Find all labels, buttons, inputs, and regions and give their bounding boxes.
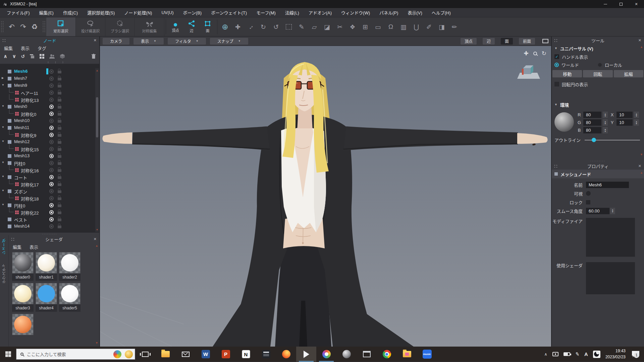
zoom-icon[interactable] <box>533 52 537 55</box>
menu-item-6[interactable]: ボーン(B) <box>178 9 207 16</box>
expand-arrow-icon[interactable]: ▼ <box>2 105 4 108</box>
shader-menu-view[interactable]: 表示 <box>25 244 42 250</box>
taskbar-app-photos[interactable] <box>397 347 417 362</box>
menu-item-11[interactable]: ウィンドウ(W) <box>336 9 375 16</box>
y-input[interactable]: 10 <box>616 119 633 126</box>
slider-handle[interactable] <box>592 138 596 142</box>
tree-row-4[interactable]: 対称化13 <box>0 96 99 103</box>
taskbar-app-powerpoint[interactable]: P <box>216 347 236 362</box>
filter-dropdown[interactable]: フィルタ▼ <box>168 38 206 45</box>
tool-panel-close-icon[interactable]: ✕ <box>638 38 641 43</box>
camera-button[interactable]: カメラ <box>103 38 129 45</box>
fit-icon[interactable]: ↔ <box>244 20 258 34</box>
lock-icon[interactable] <box>58 99 61 102</box>
expand-arrow-icon[interactable]: ▼ <box>2 161 4 164</box>
tree-row-7[interactable]: Mesh10 <box>0 117 99 124</box>
visibility-eye-icon[interactable] <box>49 210 54 215</box>
lock-icon[interactable] <box>58 71 61 73</box>
visibility-eye-icon[interactable] <box>49 182 54 186</box>
visible-toggle[interactable] <box>586 191 591 196</box>
ime-indicator[interactable]: A <box>584 351 588 357</box>
expand-arrow-icon[interactable]: ▼ <box>2 126 4 129</box>
menu-item-5[interactable]: UV(U) <box>157 10 178 15</box>
r-input[interactable]: 80 <box>583 112 601 118</box>
node-panel-close-icon[interactable]: ✕ <box>94 38 97 43</box>
outline-slider[interactable] <box>585 140 640 140</box>
tree-row-5[interactable]: ▼Mesh0 <box>0 103 99 110</box>
tree-row-6[interactable]: 対称化0 <box>0 110 99 117</box>
visibility-eye-icon[interactable] <box>49 76 54 81</box>
taskbar-app-music[interactable]: music <box>417 347 437 362</box>
lasso-select-button[interactable]: 投げ縄選択 <box>76 17 105 36</box>
visibility-eye-icon[interactable] <box>49 126 54 130</box>
scroll-down-icon[interactable]: ▼ <box>640 153 643 156</box>
edge-mode-button[interactable]: 辺 <box>183 17 200 36</box>
taskbar-app-chrome[interactable] <box>377 347 397 362</box>
lock-icon[interactable] <box>58 92 61 95</box>
shader-card-shader2[interactable]: shader2 <box>59 252 80 281</box>
scroll-up-icon[interactable]: ▲ <box>640 171 643 174</box>
taskbar-app-mail[interactable] <box>175 347 196 362</box>
taskbar-app-video-editor[interactable] <box>256 347 276 362</box>
tab-shader[interactable]: シェーダ <box>1 239 7 255</box>
display-dropdown[interactable]: 表示▼ <box>133 38 164 45</box>
rotation-circle-checkbox[interactable] <box>554 82 559 86</box>
vertex-mode-button[interactable]: 頂点 <box>167 17 183 36</box>
visibility-eye-icon[interactable] <box>49 90 54 95</box>
menu-item-3[interactable]: 選択部処理(S) <box>83 9 119 16</box>
taskbar-app-media-player[interactable] <box>296 347 316 362</box>
visibility-eye-icon[interactable] <box>49 140 54 144</box>
lock-icon[interactable] <box>58 162 61 165</box>
smooth-angle-stepper[interactable]: ▲▼ <box>610 208 615 214</box>
menu-item-7[interactable]: ボーンウェイト(T) <box>206 9 252 16</box>
visibility-eye-icon[interactable] <box>49 105 54 109</box>
x-input[interactable]: 10 <box>616 112 633 118</box>
handle-display-checkbox[interactable]: ✓ <box>554 54 559 59</box>
maximize-button[interactable] <box>613 0 629 8</box>
lock-icon[interactable] <box>58 197 61 200</box>
move-button[interactable]: 移動 <box>552 70 582 77</box>
rotate-icon[interactable]: ↻ <box>257 23 270 31</box>
tree-row-12[interactable]: Mesh13 <box>0 153 99 160</box>
tree-row-9[interactable]: 対称化9 <box>0 131 99 138</box>
menu-item-8[interactable]: モーフ(M) <box>252 9 280 16</box>
b-stepper[interactable]: ▲▼ <box>603 127 608 133</box>
lock-icon[interactable] <box>58 190 61 193</box>
tree-row-18[interactable]: 対称化18 <box>0 195 99 202</box>
node-tree-scrollbar[interactable]: ▲ ▼ <box>95 68 99 232</box>
taskbar-app-word[interactable]: W <box>196 347 216 362</box>
tree-row-14[interactable]: 対称化16 <box>0 167 99 174</box>
menu-item-0[interactable]: ファイル(F) <box>2 9 35 16</box>
visibility-eye-icon[interactable] <box>49 161 54 165</box>
scroll-down-icon[interactable]: ▼ <box>95 341 98 345</box>
visibility-eye-icon[interactable] <box>49 217 54 222</box>
lock-icon[interactable] <box>58 212 61 214</box>
user-icon[interactable] <box>49 54 55 59</box>
tree-row-17[interactable]: ▼ズボン <box>0 188 99 195</box>
trash-icon[interactable] <box>91 54 96 59</box>
tree-row-19[interactable]: ▼円柱0 <box>0 202 99 209</box>
tree-row-22[interactable]: Mesh14 <box>0 223 99 230</box>
tree-row-3[interactable]: ヘアー11 <box>0 89 99 96</box>
visibility-eye-icon[interactable] <box>49 196 54 200</box>
wrench-icon[interactable]: ✐ <box>423 23 435 31</box>
duplicate-icon[interactable]: ⊞ <box>359 23 372 31</box>
viewport-layout-icon[interactable] <box>542 39 548 43</box>
visibility-eye-icon[interactable] <box>49 175 54 179</box>
eraser-icon[interactable]: ◪ <box>321 23 333 31</box>
name-input[interactable]: Mesh6 <box>586 182 629 188</box>
visibility-eye-icon[interactable] <box>49 133 54 137</box>
lock-icon[interactable] <box>58 169 61 172</box>
plane-icon[interactable]: ▭ <box>372 23 384 31</box>
shader-card-shader0[interactable]: shader0 <box>12 252 34 281</box>
weld-icon[interactable]: ⋃ <box>410 23 423 31</box>
menu-item-4[interactable]: ノード処理(N) <box>119 9 157 16</box>
lock-icon[interactable] <box>58 120 61 123</box>
menu-item-13[interactable]: 表示(V) <box>403 9 427 16</box>
visibility-eye-icon[interactable] <box>49 83 54 88</box>
lock-icon[interactable] <box>58 106 61 109</box>
merge-icon[interactable]: ❖ <box>346 23 359 31</box>
orbit-icon[interactable]: ↺ <box>270 23 282 31</box>
taskbar-app-firefox[interactable] <box>276 347 296 362</box>
raise-icon[interactable]: ↺ <box>21 54 25 59</box>
